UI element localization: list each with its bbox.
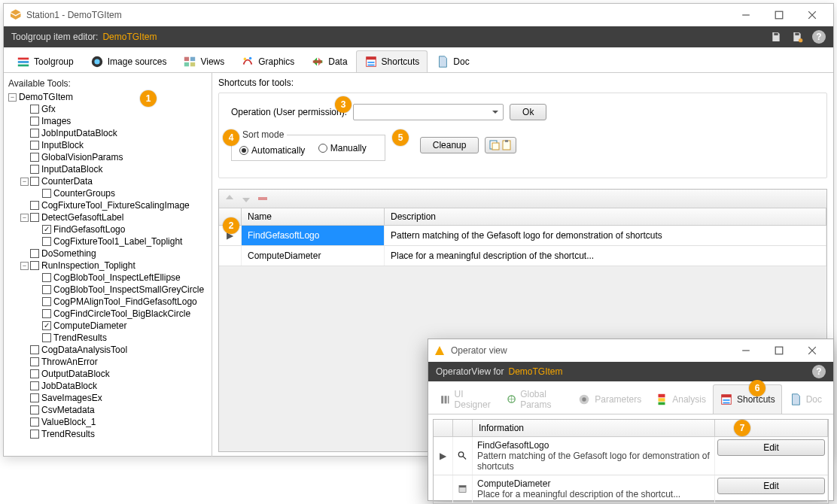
grid-row[interactable]: ComputeDiameter Place for a meaningful d… bbox=[219, 246, 826, 266]
editor-header: Toolgroup item editor: DemoTGItem ? bbox=[4, 26, 833, 47]
svg-rect-22 bbox=[505, 140, 508, 142]
shortcuts-caption: Shortcuts for tools: bbox=[218, 77, 827, 93]
cleanup-button[interactable]: Cleanup bbox=[420, 137, 479, 153]
tab-toolgroup[interactable]: Toolgroup bbox=[8, 50, 82, 72]
svg-rect-20 bbox=[492, 143, 499, 150]
checkbox-icon[interactable] bbox=[30, 105, 39, 114]
help-icon[interactable]: ? bbox=[812, 30, 826, 44]
svg-rect-36 bbox=[723, 399, 729, 401]
grid-header-name[interactable]: Name bbox=[242, 208, 385, 225]
delete-row-icon[interactable] bbox=[257, 193, 269, 205]
svg-point-38 bbox=[458, 452, 464, 457]
tab-shortcuts[interactable]: Shortcuts bbox=[356, 50, 428, 72]
sort-mode-group: Sort mode Automatically Manually bbox=[231, 129, 385, 161]
available-tools-panel: Available Tools: − DemoTGItem Gfx Images… bbox=[4, 73, 212, 457]
opview-row[interactable]: ▶ FindGefasoftLogo Pattern matching of t… bbox=[434, 437, 828, 475]
svg-rect-24 bbox=[775, 347, 783, 354]
operation-select[interactable] bbox=[353, 104, 504, 120]
svg-rect-26 bbox=[445, 396, 447, 403]
save-as-icon[interactable] bbox=[790, 29, 805, 44]
sort-mode-legend: Sort mode bbox=[239, 129, 287, 140]
svg-rect-10 bbox=[190, 57, 195, 61]
copy-icon[interactable] bbox=[489, 139, 501, 151]
row-description[interactable]: Place for a meaningful description of th… bbox=[385, 246, 826, 266]
tools-tree[interactable]: − DemoTGItem Gfx Images JobInputDataBloc… bbox=[7, 91, 208, 440]
svg-rect-16 bbox=[366, 57, 376, 60]
tab-image-sources[interactable]: Image sources bbox=[82, 50, 175, 72]
tree-toggle-icon[interactable]: − bbox=[8, 93, 17, 102]
opview-tab-params[interactable]: Parameters bbox=[571, 384, 648, 414]
opview-row-desc: Place for a meaningful description of th… bbox=[477, 489, 710, 499]
svg-rect-40 bbox=[459, 485, 466, 487]
opview-title: Operator view bbox=[451, 345, 729, 356]
svg-rect-4 bbox=[18, 58, 29, 60]
maximize-button[interactable] bbox=[762, 4, 796, 26]
opview-tab-designer[interactable]: UI Designer bbox=[433, 384, 500, 414]
opview-app-icon bbox=[433, 344, 446, 357]
move-down-icon[interactable] bbox=[240, 193, 252, 205]
tab-doc[interactable]: Doc bbox=[428, 50, 477, 72]
callout-3: 3 bbox=[335, 96, 352, 113]
svg-rect-18 bbox=[367, 65, 374, 66]
window-title: Station1 - DemoTGItem bbox=[26, 10, 729, 20]
close-button[interactable] bbox=[796, 4, 829, 26]
tab-graphics[interactable]: Graphics bbox=[233, 50, 303, 72]
svg-rect-17 bbox=[367, 62, 374, 63]
svg-point-30 bbox=[583, 397, 586, 401]
main-tabs: Toolgroup Image sources Views Graphics D… bbox=[4, 47, 833, 73]
edit-button[interactable]: Edit bbox=[717, 439, 825, 456]
row-name[interactable]: ComputeDiameter bbox=[242, 246, 385, 266]
sort-auto-radio[interactable]: Automatically bbox=[239, 145, 305, 156]
header-item-name: DemoTGItem bbox=[102, 32, 157, 42]
svg-rect-2 bbox=[795, 33, 799, 35]
grid-row[interactable]: ▶ FindGefasoftLogo Pattern matching of t… bbox=[219, 226, 826, 246]
edit-button[interactable]: Edit bbox=[717, 478, 825, 494]
tree-root[interactable]: DemoTGItem bbox=[18, 91, 74, 103]
callout-2: 2 bbox=[223, 217, 239, 234]
opview-titlebar[interactable]: Operator view bbox=[428, 339, 833, 362]
svg-rect-33 bbox=[659, 402, 665, 405]
opview-minimize-button[interactable] bbox=[729, 339, 762, 362]
callout-1: 1 bbox=[140, 90, 157, 107]
opview-maximize-button[interactable] bbox=[762, 339, 796, 362]
opview-close-button[interactable] bbox=[796, 339, 829, 362]
sort-manual-radio[interactable]: Manually bbox=[318, 143, 367, 153]
ok-button[interactable]: Ok bbox=[510, 104, 546, 120]
opview-tab-doc[interactable]: Doc bbox=[782, 384, 829, 414]
paste-icon[interactable] bbox=[501, 139, 513, 151]
window-titlebar[interactable]: Station1 - DemoTGItem bbox=[4, 4, 833, 26]
svg-rect-0 bbox=[775, 11, 783, 19]
grid-toolbar bbox=[219, 190, 826, 208]
svg-rect-9 bbox=[184, 57, 189, 61]
opview-tab-analysis[interactable]: Analysis bbox=[648, 384, 713, 414]
opview-row[interactable]: ComputeDiameter Place for a meaningful d… bbox=[434, 475, 828, 503]
callout-6: 6 bbox=[749, 380, 765, 396]
callout-5: 5 bbox=[392, 129, 409, 146]
opview-tab-global[interactable]: Global Params bbox=[500, 384, 571, 414]
svg-point-8 bbox=[94, 59, 99, 64]
move-up-icon[interactable] bbox=[224, 193, 236, 205]
row-name[interactable]: FindGefasoftLogo bbox=[242, 226, 385, 245]
svg-rect-5 bbox=[18, 61, 29, 63]
minimize-button[interactable] bbox=[729, 4, 762, 26]
copy-paste-buttons[interactable] bbox=[485, 137, 516, 153]
svg-rect-32 bbox=[659, 398, 665, 402]
tool-icon bbox=[453, 437, 473, 475]
opview-col-info[interactable]: Information bbox=[473, 420, 715, 436]
tab-views[interactable]: Views bbox=[175, 50, 233, 72]
svg-rect-6 bbox=[18, 65, 29, 67]
header-label: Toolgroup item editor: bbox=[11, 32, 98, 42]
radio-on-icon bbox=[239, 146, 248, 155]
tab-data[interactable]: Data bbox=[303, 50, 355, 72]
row-description[interactable]: Pattern matching of the Gefasoft logo fo… bbox=[385, 226, 826, 245]
opview-row-name: FindGefasoftLogo bbox=[477, 440, 710, 451]
grid-header-description[interactable]: Description bbox=[385, 208, 826, 225]
opview-tab-shortcuts[interactable]: Shortcuts bbox=[713, 384, 782, 414]
svg-point-14 bbox=[249, 57, 252, 60]
svg-rect-31 bbox=[659, 394, 665, 398]
opview-tabs: UI Designer Global Params Parameters Ana… bbox=[428, 381, 833, 414]
opview-help-icon[interactable]: ? bbox=[812, 365, 826, 378]
operator-view-window: Operator view OperatorView for DemoTGIte… bbox=[428, 339, 834, 501]
save-icon[interactable] bbox=[769, 29, 784, 44]
svg-point-3 bbox=[799, 38, 802, 42]
